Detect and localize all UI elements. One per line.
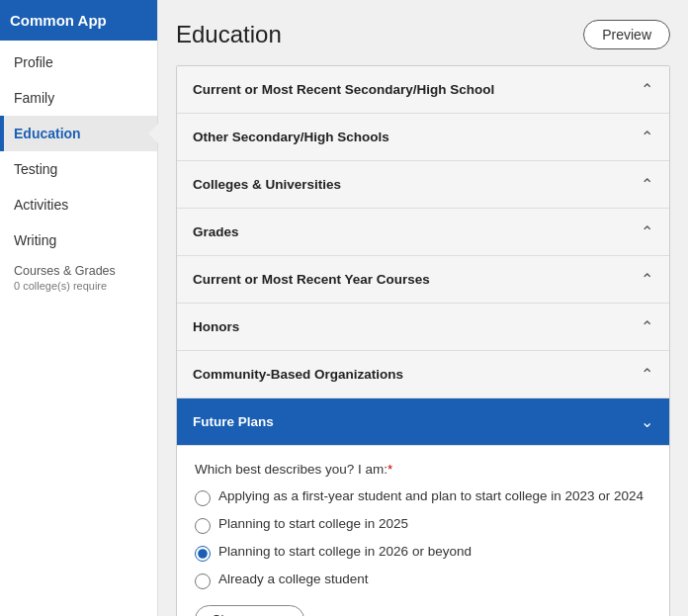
accordion-grades[interactable]: Grades ⌃ <box>177 209 669 256</box>
question-label: Which best describes you? I am:* <box>195 462 651 477</box>
radio-input-3[interactable] <box>195 546 211 562</box>
required-marker: * <box>387 462 392 477</box>
accordion-community[interactable]: Community-Based Organizations ⌃ <box>177 351 669 398</box>
accordion-current-school[interactable]: Current or Most Recent Secondary/High Sc… <box>177 66 669 114</box>
sidebar: Common App Profile Family Education Test… <box>0 0 158 616</box>
chevron-icon: ⌃ <box>641 365 653 384</box>
page-title: Education <box>176 21 282 48</box>
sidebar-item-testing[interactable]: Testing <box>0 151 157 187</box>
sidebar-item-activities[interactable]: Activities <box>0 187 157 222</box>
radio-input-4[interactable] <box>195 573 211 589</box>
radio-input-2[interactable] <box>195 518 211 534</box>
chevron-icon: ⌃ <box>641 317 653 336</box>
sidebar-item-courses-grades[interactable]: Courses & Grades <box>0 258 157 280</box>
chevron-icon: ⌃ <box>641 175 653 194</box>
chevron-icon: ⌃ <box>641 80 653 99</box>
accordion-container: Current or Most Recent Secondary/High Sc… <box>176 65 670 616</box>
preview-button[interactable]: Preview <box>583 20 670 49</box>
accordion-honors[interactable]: Honors ⌃ <box>177 304 669 351</box>
accordion-colleges[interactable]: Colleges & Universities ⌃ <box>177 161 669 209</box>
chevron-icon: ⌃ <box>641 270 653 289</box>
radio-option-2[interactable]: Planning to start college in 2025 <box>195 516 651 534</box>
future-plans-content: Which best describes you? I am:* Applyin… <box>177 446 669 616</box>
sidebar-item-education[interactable]: Education <box>0 116 157 151</box>
sidebar-item-profile[interactable]: Profile <box>0 44 157 80</box>
radio-input-1[interactable] <box>195 490 211 506</box>
radio-option-1[interactable]: Applying as a first-year student and pla… <box>195 488 651 506</box>
main-content: Education Preview Current or Most Recent… <box>158 0 688 616</box>
clear-answer-button[interactable]: Clear answer <box>195 605 304 616</box>
accordion-courses[interactable]: Current or Most Recent Year Courses ⌃ <box>177 256 669 304</box>
main-header: Education Preview <box>176 20 670 49</box>
radio-option-4[interactable]: Already a college student <box>195 572 651 589</box>
chevron-down-icon: ⌄ <box>641 412 653 431</box>
accordion-other-schools[interactable]: Other Secondary/High Schools ⌃ <box>177 114 669 161</box>
radio-option-3[interactable]: Planning to start college in 2026 or bey… <box>195 544 651 562</box>
sidebar-item-family[interactable]: Family <box>0 80 157 116</box>
chevron-icon: ⌃ <box>641 222 653 241</box>
accordion-future-plans[interactable]: Future Plans ⌄ <box>177 398 669 446</box>
sidebar-nav: Profile Family Education Testing Activit… <box>0 41 157 300</box>
sidebar-item-writing[interactable]: Writing <box>0 222 157 258</box>
sidebar-courses-note: 0 college(s) require <box>0 280 157 300</box>
chevron-icon: ⌃ <box>641 128 653 146</box>
app-name: Common App <box>0 0 157 41</box>
